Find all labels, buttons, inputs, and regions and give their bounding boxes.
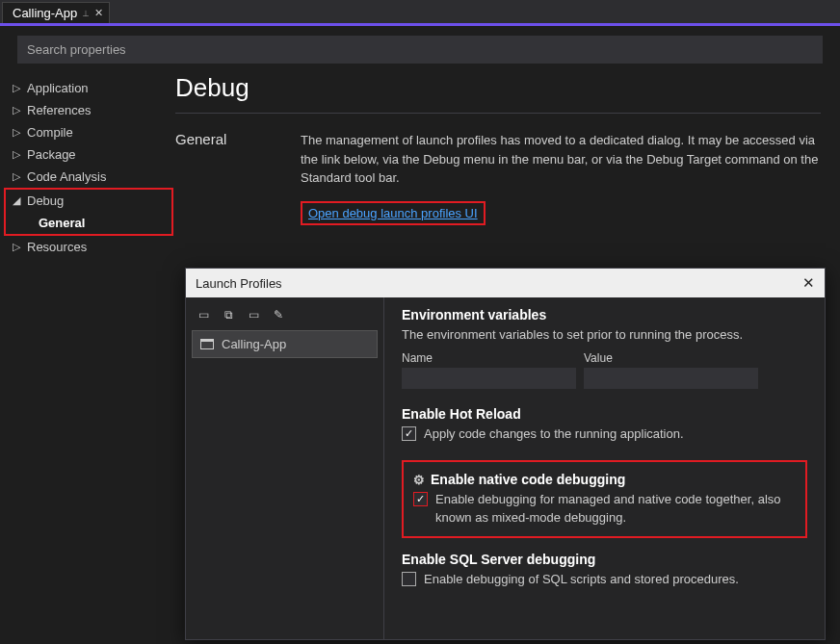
highlight-native-debugging: Enable native code debugging ✓ Enable de… (402, 460, 807, 537)
highlight-link: Open debug launch profiles UI (301, 201, 486, 225)
chevron-right-icon: ▷ (12, 148, 21, 161)
native-label: Enable debugging for managed and native … (435, 491, 796, 526)
nav-debug[interactable]: ◢ Debug (12, 190, 166, 212)
nav-label: Compile (27, 125, 73, 140)
nav-sub-label: General (39, 216, 85, 230)
settings-nav: ▷ Application ▷ References ▷ Compile ▷ P… (0, 71, 166, 644)
duplicate-profile-icon[interactable]: ⧉ (221, 307, 236, 322)
hotreload-label: Apply code changes to the running applic… (424, 425, 684, 443)
launch-profiles-dialog: Launch Profiles ✕ ▭ ⧉ ▭ ✎ Calling-App En… (185, 268, 826, 640)
new-profile-icon[interactable]: ▭ (196, 307, 211, 322)
dialog-titlebar: Launch Profiles ✕ (186, 269, 825, 297)
nav-application[interactable]: ▷ Application (12, 77, 166, 99)
search-input[interactable] (17, 36, 823, 64)
window-icon (200, 339, 214, 349)
profiles-toolbar: ▭ ⧉ ▭ ✎ (192, 303, 378, 330)
env-desc: The environment variables to set prior t… (402, 326, 807, 344)
nav-resources[interactable]: ▷ Resources (12, 236, 166, 258)
env-name-label: Name (402, 351, 576, 365)
chevron-down-icon: ◢ (12, 194, 21, 207)
env-name-input[interactable] (402, 368, 576, 389)
nav-label: Application (27, 81, 89, 95)
profile-settings-panel[interactable]: Environment variables The environment va… (384, 297, 825, 639)
chevron-right-icon: ▷ (12, 170, 21, 183)
env-title: Environment variables (402, 307, 807, 322)
rename-profile-icon[interactable]: ✎ (271, 307, 286, 322)
profile-item[interactable]: Calling-App (192, 330, 378, 358)
profiles-panel: ▭ ⧉ ▭ ✎ Calling-App (186, 297, 384, 639)
close-icon[interactable]: ✕ (94, 7, 103, 19)
sql-title: Enable SQL Server debugging (402, 552, 807, 567)
nav-label: Package (27, 147, 76, 162)
native-title: Enable native code debugging (413, 472, 796, 487)
close-icon[interactable]: ✕ (802, 274, 815, 292)
chevron-right-icon: ▷ (12, 126, 21, 139)
section-label: General (175, 131, 281, 225)
highlight-nav-debug: ◢ Debug General (4, 188, 173, 236)
pin-icon[interactable]: ⟂ (83, 8, 89, 18)
nav-references[interactable]: ▷ References (12, 99, 166, 121)
profile-name: Calling-App (222, 337, 286, 351)
sql-label: Enable debugging of SQL scripts and stor… (424, 571, 739, 588)
hotreload-title: Enable Hot Reload (402, 406, 807, 422)
document-tab[interactable]: Calling-App ⟂ ✕ (2, 2, 110, 23)
tab-title: Calling-App (13, 6, 77, 20)
nav-package[interactable]: ▷ Package (12, 143, 166, 166)
nav-label: Resources (27, 240, 87, 254)
hotreload-checkbox[interactable]: ✓ (402, 426, 416, 441)
chevron-right-icon: ▷ (12, 82, 21, 94)
open-launch-profiles-link[interactable]: Open debug launch profiles UI (308, 206, 478, 220)
divider (175, 113, 821, 114)
delete-profile-icon[interactable]: ▭ (246, 307, 261, 322)
env-value-input[interactable] (584, 368, 758, 389)
chevron-right-icon: ▷ (12, 104, 21, 116)
chevron-right-icon: ▷ (12, 241, 21, 253)
nav-label: Code Analysis (27, 169, 106, 184)
section-description: The management of launch profiles has mo… (301, 131, 821, 188)
nav-label: References (27, 103, 91, 117)
search-row (0, 26, 840, 71)
nav-label: Debug (27, 193, 64, 208)
tab-bar: Calling-App ⟂ ✕ (0, 0, 840, 23)
page-title: Debug (175, 73, 821, 103)
sql-checkbox[interactable] (402, 572, 416, 586)
nav-code-analysis[interactable]: ▷ Code Analysis (12, 166, 166, 188)
native-checkbox[interactable]: ✓ (413, 492, 428, 506)
env-value-label: Value (584, 351, 758, 365)
dialog-title-text: Launch Profiles (196, 276, 282, 291)
nav-debug-general[interactable]: General (12, 212, 166, 234)
nav-compile[interactable]: ▷ Compile (12, 121, 166, 143)
